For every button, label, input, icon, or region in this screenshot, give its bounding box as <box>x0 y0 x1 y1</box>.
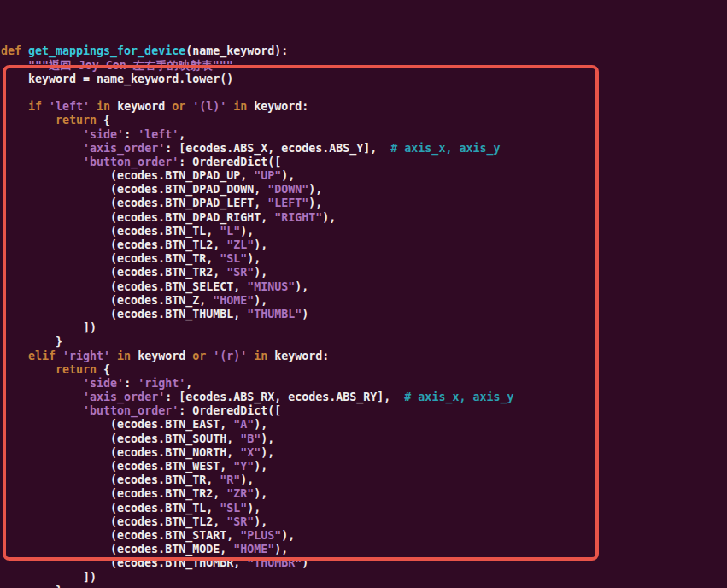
code-token <box>1 404 83 417</box>
code-token: in <box>247 350 274 362</box>
code-line: 'side': 'right', <box>1 377 523 391</box>
code-token: "X" <box>240 446 261 459</box>
code-token: (ecodes.BTN_DPAD_DOWN, <box>1 183 267 196</box>
code-line: } <box>1 585 523 588</box>
code-token <box>1 100 28 113</box>
code-token: (ecodes.BTN_EAST, <box>1 418 233 431</box>
code-token: ), <box>308 183 322 196</box>
code-token: ), <box>274 543 288 556</box>
code-line: (ecodes.BTN_TR, "SL"), <box>1 252 523 266</box>
code-token: : OrderedDict([ <box>179 156 281 168</box>
code-token: ), <box>281 169 295 182</box>
code-line: (ecodes.BTN_TL, "SL"), <box>1 502 523 515</box>
code-token: (ecodes.BTN_TL2, <box>1 238 226 251</box>
code-line: (ecodes.BTN_SOUTH, "B"), <box>1 432 523 446</box>
code-token: (ecodes.BTN_WEST, <box>1 460 233 473</box>
code-token: : [ecodes.ABS_X, ecodes.ABS_Y], <box>165 142 377 155</box>
code-line: (ecodes.BTN_SELECT, "MINUS"), <box>1 280 523 294</box>
code-token: ), <box>322 211 336 224</box>
code-token: # axis_x, axis_y <box>377 142 500 155</box>
code-line: (ecodes.BTN_NORTH, "X"), <box>1 446 523 460</box>
code-token: "THUMBR" <box>247 556 302 569</box>
code-line: ]) <box>1 571 523 585</box>
code-token: "SR" <box>226 266 254 279</box>
code-line: (ecodes.BTN_Z, "HOME"), <box>1 294 523 308</box>
code-token: } <box>1 585 62 588</box>
code-token: { <box>97 114 110 126</box>
code-token: (ecodes.BTN_TL, <box>1 502 220 514</box>
code-token: ), <box>261 432 274 445</box>
code-token <box>1 350 28 362</box>
code-token: , <box>185 377 192 390</box>
code-line: (ecodes.BTN_DPAD_DOWN, "DOWN"), <box>1 183 523 197</box>
code-line: (ecodes.BTN_TR2, "ZR"), <box>1 487 523 501</box>
code-token: (ecodes.BTN_SELECT, <box>1 280 247 293</box>
code-token: "A" <box>233 418 254 431</box>
code-token: (ecodes.BTN_Z, <box>1 294 213 307</box>
code-line: (ecodes.BTN_START, "PLUS"), <box>1 529 523 543</box>
code-token: ) <box>302 308 308 320</box>
code-token: (ecodes.BTN_DPAD_LEFT, <box>1 197 267 209</box>
code-token: ), <box>254 487 267 500</box>
code-token <box>1 156 83 168</box>
code-token: "Y" <box>233 460 254 473</box>
code-token <box>1 391 83 403</box>
code-token: "B" <box>240 432 261 445</box>
code-token: keyword = name_keyword.lower() <box>1 73 233 85</box>
code-token: return <box>56 363 97 376</box>
code-token: ]) <box>1 321 97 334</box>
code-token: ), <box>254 238 267 251</box>
code-token: (ecodes.BTN_SOUTH, <box>1 432 240 445</box>
code-editor[interactable]: def get_mappings_for_device(name_keyword… <box>1 17 523 588</box>
code-line: 'button_order': OrderedDict([ <box>1 404 523 418</box>
code-token: ), <box>281 529 295 542</box>
code-line: } <box>1 335 523 349</box>
code-token: "LEFT" <box>267 197 308 209</box>
code-token: { <box>97 363 110 376</box>
code-token: "SL" <box>220 252 247 265</box>
code-line: (ecodes.BTN_THUMBL, "THUMBL") <box>1 308 523 321</box>
code-line: (ecodes.BTN_DPAD_LEFT, "LEFT"), <box>1 197 523 210</box>
code-token: 'right' <box>138 377 185 390</box>
code-token: (ecodes.BTN_TR2, <box>1 266 226 279</box>
code-token: ), <box>240 225 254 238</box>
terminal-window: def get_mappings_for_device(name_keyword… <box>0 0 727 588</box>
code-token: 'right' <box>62 350 110 362</box>
code-line: (ecodes.BTN_TR2, "SR"), <box>1 266 523 279</box>
code-token: keyword: <box>274 350 329 362</box>
code-token: ), <box>240 473 254 486</box>
code-line: ]) <box>1 321 523 335</box>
code-line: (ecodes.BTN_TL2, "ZL"), <box>1 238 523 252</box>
code-token: or <box>192 350 213 362</box>
code-token: "R" <box>220 473 240 486</box>
code-token: 'left' <box>138 128 179 141</box>
code-token: : <box>124 377 138 390</box>
code-token: (ecodes.BTN_DPAD_RIGHT, <box>1 211 274 224</box>
code-line: (ecodes.BTN_DPAD_RIGHT, "RIGHT"), <box>1 211 523 225</box>
code-token: ), <box>254 418 267 431</box>
code-token: 'side' <box>83 128 124 141</box>
code-token: (ecodes.BTN_THUMBL, <box>1 308 247 320</box>
code-token: ), <box>254 266 267 279</box>
code-token: ), <box>261 446 274 459</box>
code-token: """返回 Joy-Con 左右手的映射表""" <box>1 59 233 72</box>
code-token: get_mappings_for_device <box>28 44 185 57</box>
code-token <box>1 128 83 141</box>
code-token <box>1 363 56 376</box>
code-token: ), <box>254 515 267 528</box>
code-token: (ecodes.BTN_THUMBR, <box>1 556 247 569</box>
code-token: ), <box>247 502 261 514</box>
code-token: "ZR" <box>226 487 254 500</box>
code-line: """返回 Joy-Con 左右手的映射表""" <box>1 59 523 73</box>
code-token: keyword <box>138 350 192 362</box>
code-token: "L" <box>220 225 240 238</box>
code-token: (ecodes.BTN_START, <box>1 529 240 542</box>
code-token: def <box>1 44 28 57</box>
code-token: (ecodes.BTN_TR, <box>1 473 220 486</box>
code-token: "UP" <box>254 169 281 182</box>
code-token: 'side' <box>83 377 124 390</box>
code-token: # axis_x, axis_y <box>390 391 513 403</box>
code-token: (ecodes.BTN_TL2, <box>1 515 226 528</box>
code-line <box>1 86 523 100</box>
code-token: ) <box>302 556 308 569</box>
